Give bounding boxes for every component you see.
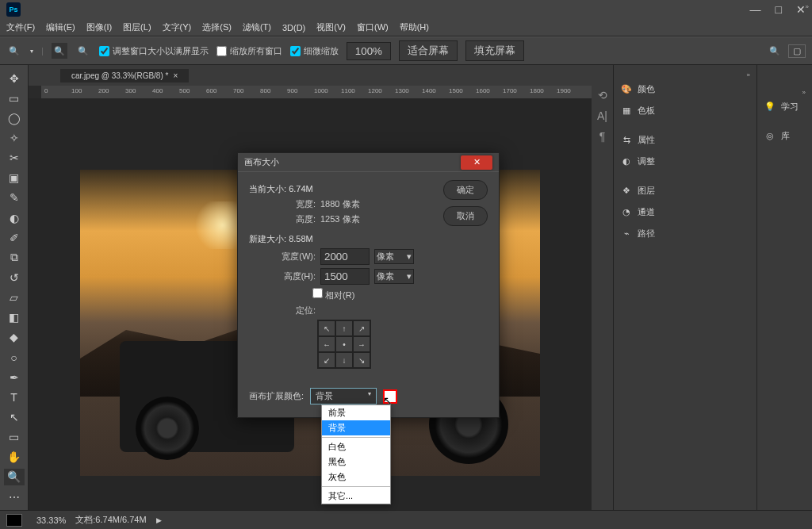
type-tool-icon[interactable]: T — [4, 389, 25, 405]
current-width-value: 1880 像素 — [320, 198, 360, 210]
history-tool-icon[interactable]: ↺ — [4, 269, 25, 286]
panel-properties[interactable]: ⇆属性 — [614, 129, 756, 151]
gradient-tool-icon[interactable]: ◧ — [4, 309, 25, 326]
anchor-label: 定位: — [284, 305, 316, 316]
anchor-sw[interactable]: ↙ — [318, 352, 335, 368]
anchor-ne[interactable]: ↗ — [353, 320, 370, 336]
blur-tool-icon[interactable]: ◆ — [4, 329, 25, 346]
menu-layer[interactable]: 图层(L) — [123, 21, 151, 33]
marquee-tool-icon[interactable]: ▭ — [4, 90, 25, 106]
wand-tool-icon[interactable]: ✧ — [4, 129, 25, 146]
menu-window[interactable]: 窗口(W) — [357, 21, 389, 33]
ok-button[interactable]: 确定 — [443, 180, 488, 200]
menu-type[interactable]: 文字(Y) — [163, 21, 192, 33]
anchor-se[interactable]: ↘ — [353, 352, 370, 368]
anchor-center[interactable]: • — [335, 336, 353, 352]
chevron-right-icon[interactable]: ▶ — [156, 516, 162, 524]
fit-screen-button[interactable]: 适合屏幕 — [399, 40, 458, 61]
paragraph-panel-icon[interactable]: ¶ — [599, 130, 606, 143]
anchor-grid[interactable]: ↖ ↑ ↗ ← • → ↙ ↓ ↘ — [317, 320, 371, 369]
workspace-icon[interactable]: ▢ — [788, 44, 806, 58]
menu-file[interactable]: 文件(F) — [6, 21, 35, 33]
eyedropper-tool-icon[interactable]: ✎ — [4, 190, 25, 206]
fg-color-swatch[interactable] — [6, 514, 22, 527]
close-icon[interactable]: ✕ — [796, 3, 806, 16]
tab-close-icon[interactable]: × — [173, 71, 178, 80]
width-unit-select[interactable]: 像素▾ — [374, 249, 414, 264]
zoom-out-icon[interactable]: 🔍 — [75, 43, 91, 59]
height-unit-select[interactable]: 像素▾ — [374, 269, 414, 284]
history-panel-icon[interactable]: ⟲ — [598, 89, 607, 102]
anchor-s[interactable]: ↓ — [335, 352, 353, 368]
menu-3d[interactable]: 3D(D) — [282, 23, 305, 33]
menu-help[interactable]: 帮助(H) — [400, 21, 429, 33]
panel-library[interactable]: ◎库 — [757, 125, 812, 147]
menu-view[interactable]: 视图(V) — [316, 21, 346, 33]
anchor-nw[interactable]: ↖ — [318, 320, 335, 336]
heal-tool-icon[interactable]: ◐ — [4, 209, 25, 226]
zoom-100-button[interactable]: 100% — [347, 42, 391, 60]
dropdown-white[interactable]: 白色 — [322, 439, 390, 454]
dropdown-gray[interactable]: 灰色 — [322, 470, 390, 485]
panel-color[interactable]: 🎨颜色 — [614, 79, 756, 100]
dropdown-black[interactable]: 黑色 — [322, 454, 390, 470]
menu-select[interactable]: 选择(S) — [202, 21, 232, 33]
menu-image[interactable]: 图像(I) — [86, 21, 112, 33]
extension-color-select[interactable]: 背景▾ — [310, 388, 377, 404]
zoom-all-checkbox[interactable]: 缩放所有窗口 — [216, 45, 282, 57]
anchor-w[interactable]: ← — [318, 336, 335, 352]
menu-filter[interactable]: 滤镜(T) — [243, 21, 271, 33]
fill-screen-button[interactable]: 填充屏幕 — [465, 40, 524, 61]
chevron-icon[interactable]: ▾ — [30, 48, 33, 55]
stamp-tool-icon[interactable]: ⧉ — [4, 249, 25, 266]
zoom-tool-icon[interactable]: 🔍 — [6, 43, 22, 59]
document-info[interactable]: 文档:6.74M/6.74M — [75, 514, 146, 526]
scrubby-zoom-checkbox[interactable]: 细微缩放 — [290, 45, 339, 57]
crop-tool-icon[interactable]: ✂ — [4, 150, 25, 167]
channels-icon: ◔ — [620, 207, 633, 217]
current-size-label: 当前大小: — [249, 184, 286, 194]
panel-stack: » 🎨颜色 ▦色板 ⇆属性 ◐调整 ❖图层 ◔通道 ⌁路径 — [614, 65, 756, 510]
maximize-icon[interactable]: □ — [776, 3, 782, 16]
collapse-icon[interactable]: » — [799, 86, 809, 99]
panel-learn[interactable]: 💡学习 — [757, 96, 812, 117]
collapse-icon[interactable]: » — [806, 3, 809, 10]
panel-channels[interactable]: ◔通道 — [614, 201, 756, 223]
eraser-tool-icon[interactable]: ▱ — [4, 289, 25, 306]
character-panel-icon[interactable]: A| — [597, 109, 607, 122]
minimize-icon[interactable]: — — [750, 3, 761, 16]
panel-layers[interactable]: ❖图层 — [614, 180, 756, 201]
dropdown-foreground[interactable]: 前景 — [322, 405, 390, 420]
zoom-tool-icon-tb[interactable]: 🔍 — [4, 469, 25, 485]
panel-adjustments[interactable]: ◐调整 — [614, 151, 756, 172]
edit-toolbar-icon[interactable]: ⋯ — [4, 489, 25, 505]
document-tab[interactable]: car.jpeg @ 33.3%(RGB/8) * × — [60, 69, 189, 82]
lasso-tool-icon[interactable]: ◯ — [4, 109, 25, 126]
panel-paths[interactable]: ⌁路径 — [614, 223, 756, 244]
cancel-button[interactable]: 取消 — [443, 206, 488, 226]
dodge-tool-icon[interactable]: ○ — [4, 349, 25, 366]
collapse-icon[interactable]: » — [744, 68, 753, 82]
shape-tool-icon[interactable]: ▭ — [4, 429, 25, 446]
hand-tool-icon[interactable]: ✋ — [4, 449, 25, 466]
zoom-in-icon[interactable]: 🔍 — [52, 43, 67, 59]
extension-color-swatch[interactable] — [383, 389, 397, 404]
brush-tool-icon[interactable]: ✐ — [4, 229, 25, 246]
path-tool-icon[interactable]: ↖ — [4, 408, 25, 425]
move-tool-icon[interactable]: ✥ — [4, 70, 25, 86]
new-width-input[interactable] — [320, 248, 370, 265]
resize-window-checkbox[interactable]: 调整窗口大小以满屏显示 — [99, 45, 209, 57]
dropdown-other[interactable]: 其它... — [322, 489, 390, 504]
menu-edit[interactable]: 编辑(E) — [46, 21, 75, 33]
pen-tool-icon[interactable]: ✒ — [4, 369, 25, 385]
dropdown-background[interactable]: 背景 — [322, 420, 390, 435]
anchor-n[interactable]: ↑ — [335, 320, 353, 336]
panel-swatches[interactable]: ▦色板 — [614, 100, 756, 121]
search-icon[interactable]: 🔍 — [769, 46, 780, 56]
frame-tool-icon[interactable]: ▣ — [4, 170, 25, 186]
zoom-level[interactable]: 33.33% — [36, 516, 66, 525]
new-height-input[interactable] — [320, 268, 370, 285]
anchor-e[interactable]: → — [353, 336, 370, 352]
dialog-close-button[interactable]: ✕ — [461, 155, 492, 170]
relative-checkbox[interactable]: 相对(R) — [312, 288, 354, 301]
